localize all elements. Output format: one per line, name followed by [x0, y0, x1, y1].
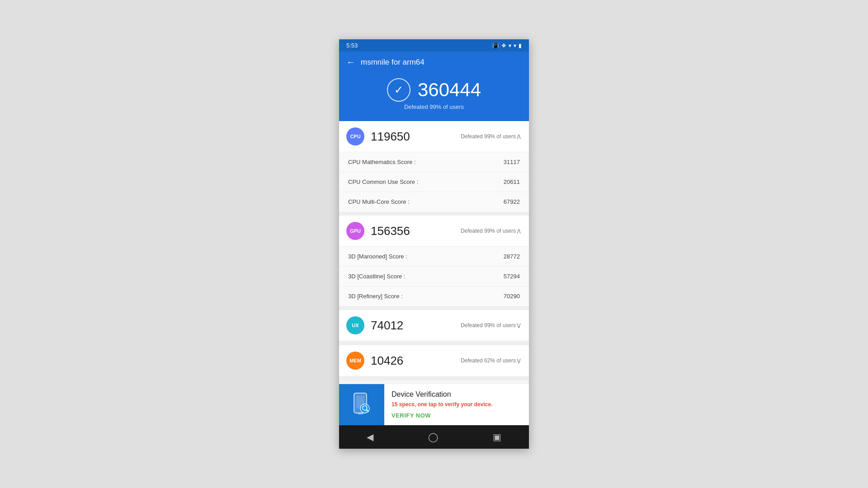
recent-nav-icon[interactable]: ▣: [493, 432, 501, 442]
ux-score: 74012: [371, 319, 456, 333]
signal-icon: ❖: [501, 42, 506, 49]
cpu-section: CPU 119650 Defeated 99% of users ∧ CPU M…: [339, 121, 529, 211]
ux-header[interactable]: UX 74012 Defeated 99% of users ∨: [339, 310, 529, 341]
nav-row: ← msmnile for arm64: [346, 57, 522, 67]
gpu-marooned-label: 3D [Marooned] Score :: [348, 253, 407, 260]
verification-count: 15: [392, 401, 397, 408]
score-section: ✓ 360444 Defeated 99% of users: [346, 75, 522, 110]
divider-4: [339, 377, 529, 380]
divider-3: [339, 342, 529, 345]
gpu-section: GPU 156356 Defeated 99% of users ∧ 3D [M…: [339, 216, 529, 306]
verify-now-button[interactable]: VERIFY NOW: [392, 412, 522, 419]
app-title: msmnile for arm64: [361, 58, 425, 67]
gpu-refinery-value: 70290: [504, 293, 520, 300]
vibrate-icon: 📳: [492, 42, 499, 49]
wifi-icon: ▾: [509, 42, 511, 49]
svg-rect-5: [358, 413, 363, 414]
check-circle-icon: ✓: [387, 78, 410, 102]
verification-title: Device Verification: [392, 390, 522, 399]
content-area: CPU 119650 Defeated 99% of users ∧ CPU M…: [339, 121, 529, 425]
home-nav-icon[interactable]: ◯: [428, 432, 438, 442]
verification-subtitle: 15 specs, one tap to verify your device.: [392, 401, 522, 408]
mem-defeated: Defeated 62% of users: [461, 357, 516, 364]
cpu-common-row: CPU Common Use Score : 20611: [339, 172, 529, 192]
back-nav-icon[interactable]: ◀: [367, 432, 373, 442]
battery-icon: ▮: [519, 42, 522, 49]
divider-1: [339, 212, 529, 216]
back-button[interactable]: ←: [346, 57, 355, 67]
cpu-math-row: CPU Mathematics Score : 31117: [339, 152, 529, 172]
wifi-signal-icon: ▾: [514, 42, 516, 49]
gpu-coastline-row: 3D [Coastline] Score : 57294: [339, 267, 529, 286]
gpu-refinery-row: 3D [Refinery] Score : 70290: [339, 286, 529, 306]
gpu-defeated: Defeated 99% of users: [461, 228, 516, 234]
mem-header[interactable]: MEM 10426 Defeated 62% of users ∨: [339, 345, 529, 376]
mem-section: MEM 10426 Defeated 62% of users ∨: [339, 345, 529, 376]
cpu-header[interactable]: CPU 119650 Defeated 99% of users ∧: [339, 121, 529, 152]
cpu-multicore-label: CPU Multi-Core Score :: [348, 198, 410, 205]
cpu-chevron-up-icon: ∧: [516, 131, 522, 141]
ux-badge: UX: [346, 316, 364, 334]
score-circle-row: ✓ 360444: [387, 78, 481, 102]
app-header: ← msmnile for arm64 ✓ 360444 Defeated 99…: [339, 52, 529, 121]
status-icons: 📳 ❖ ▾ ▾ ▮: [492, 42, 522, 49]
time-display: 5:53: [346, 42, 358, 49]
gpu-coastline-label: 3D [Coastline] Score :: [348, 273, 405, 280]
cpu-math-value: 31117: [504, 159, 520, 165]
gpu-score: 156356: [371, 224, 456, 238]
mem-chevron-down-icon: ∨: [516, 356, 522, 366]
cpu-badge: CPU: [346, 127, 364, 145]
gpu-marooned-value: 28772: [504, 253, 520, 260]
gpu-chevron-up-icon: ∧: [516, 226, 522, 236]
mem-score: 10426: [371, 354, 456, 368]
bottom-nav: ◀ ◯ ▣: [339, 425, 529, 449]
cpu-common-label: CPU Common Use Score :: [348, 178, 418, 185]
cpu-math-label: CPU Mathematics Score :: [348, 159, 416, 165]
cpu-multicore-row: CPU Multi-Core Score : 67922: [339, 192, 529, 211]
ux-section: UX 74012 Defeated 99% of users ∨: [339, 310, 529, 341]
gpu-refinery-label: 3D [Refinery] Score :: [348, 293, 403, 300]
divider-2: [339, 306, 529, 310]
verification-icon-area: [339, 384, 384, 425]
total-score: 360444: [418, 79, 481, 101]
ux-chevron-down-icon: ∨: [516, 320, 522, 330]
gpu-header[interactable]: GPU 156356 Defeated 99% of users ∧: [339, 216, 529, 247]
cpu-score: 119650: [371, 130, 456, 144]
gpu-coastline-value: 57294: [504, 273, 520, 280]
ux-defeated: Defeated 99% of users: [461, 322, 516, 328]
cpu-defeated: Defeated 99% of users: [461, 133, 516, 140]
gpu-marooned-row: 3D [Marooned] Score : 28772: [339, 247, 529, 267]
cpu-multicore-value: 67922: [504, 198, 520, 205]
verification-content: Device Verification 15 specs, one tap to…: [384, 384, 529, 425]
total-defeated-text: Defeated 99% of users: [404, 103, 464, 110]
phone-container: 5:53 📳 ❖ ▾ ▾ ▮ ← msmnile for arm64 ✓ 360…: [339, 39, 529, 449]
verification-subtitle-text: specs, one tap to verify your device.: [399, 401, 493, 408]
phone-search-icon: [350, 391, 373, 418]
verification-banner: Device Verification 15 specs, one tap to…: [339, 384, 529, 425]
cpu-common-value: 20611: [504, 178, 520, 185]
gpu-badge: GPU: [346, 222, 364, 240]
status-bar: 5:53 📳 ❖ ▾ ▾ ▮: [339, 39, 529, 52]
mem-badge: MEM: [346, 352, 364, 370]
